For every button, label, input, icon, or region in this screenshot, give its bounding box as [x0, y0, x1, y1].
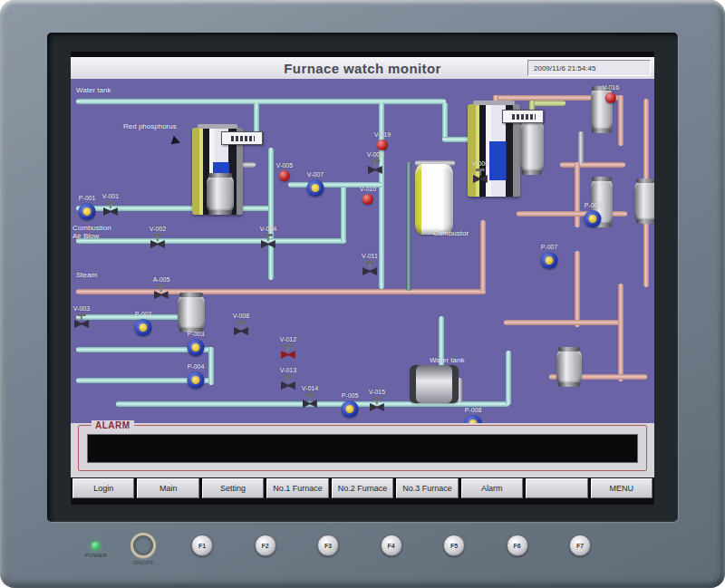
- valve-A-005[interactable]: A-005: [153, 276, 170, 299]
- valve-V-015[interactable]: V-015: [369, 389, 385, 411]
- valve-label: V-012: [280, 336, 296, 343]
- pump-P-004[interactable]: P-004: [188, 363, 205, 389]
- valve-V-019[interactable]: V-019: [374, 131, 391, 150]
- pipe-segment: [379, 102, 384, 289]
- pipe-segment: [406, 162, 411, 291]
- gate-valve-icon: [74, 320, 89, 328]
- pipe-segment: [480, 220, 486, 293]
- nav-button-main[interactable]: Main: [137, 478, 198, 498]
- valve-label: V-010: [360, 186, 376, 193]
- pump-P-003[interactable]: P-003: [188, 331, 205, 356]
- function-key-f3[interactable]: F3: [317, 535, 339, 556]
- valve-stem: [81, 316, 82, 321]
- pipe-segment: [442, 102, 448, 140]
- pump-V-007[interactable]: V-007: [307, 171, 324, 197]
- valve-V-011[interactable]: V-011: [362, 253, 378, 275]
- pipe-segment: [578, 131, 584, 164]
- valve-stem: [110, 204, 111, 208]
- vessel-combustor: [415, 164, 453, 235]
- pump-P-008[interactable]: P-008: [465, 407, 482, 423]
- nav-button-no-3-furnace[interactable]: No.3 Furnace: [396, 478, 458, 498]
- pipe-segment: [560, 162, 625, 168]
- pump-label: P-002: [135, 311, 152, 318]
- valve-V-005[interactable]: V-005: [276, 162, 293, 181]
- gate-valve-icon: [281, 351, 295, 359]
- power-led-label: POWER: [75, 553, 117, 558]
- valve-label: V-008: [233, 313, 249, 320]
- diagram-label: Combustion Air Blow: [72, 224, 111, 240]
- function-key-f6[interactable]: F6: [507, 535, 528, 556]
- vessel-cylinder: [556, 349, 582, 385]
- alarm-message-display: [87, 434, 638, 463]
- valve-label: V-014: [302, 385, 318, 392]
- valve-stem: [160, 287, 162, 292]
- valve-V-006[interactable]: V-006: [472, 160, 488, 183]
- function-key-f1[interactable]: F1: [191, 535, 213, 556]
- pump-P-007[interactable]: P-007: [541, 244, 558, 269]
- valve-label: V-019: [374, 131, 391, 139]
- pipe-segment: [643, 215, 649, 287]
- valve-label: V-005: [276, 162, 293, 169]
- pipe-segment: [575, 251, 580, 327]
- pipe-segment: [643, 99, 649, 189]
- nav-button-blank-7[interactable]: [526, 478, 587, 498]
- valve-stem: [479, 171, 481, 176]
- valve-V-014[interactable]: V-014: [302, 385, 318, 408]
- vessel-cylinder: [207, 175, 234, 213]
- valve-V-002[interactable]: V-002: [150, 226, 166, 248]
- pipe-segment: [529, 101, 566, 106]
- valve-V-001[interactable]: V-001: [102, 193, 119, 216]
- pipe-segment: [76, 99, 446, 104]
- valve-V-008[interactable]: V-008: [233, 313, 249, 335]
- valve-V-004[interactable]: V-004: [260, 226, 276, 248]
- valve-V-013[interactable]: V-013: [280, 367, 296, 390]
- valve-V-003[interactable]: V-003: [73, 305, 90, 328]
- nav-button-alarm[interactable]: Alarm: [461, 478, 523, 498]
- pump-P-006[interactable]: P-006: [585, 202, 602, 227]
- function-key-row: F1F2F3F4F5F6F7: [191, 535, 591, 556]
- valve-V-016[interactable]: V-016: [603, 84, 619, 103]
- pump-icon: [342, 400, 359, 418]
- valve-V-009[interactable]: V-009: [367, 151, 383, 174]
- nav-button-no-1-furnace[interactable]: No.1 Furnace: [266, 478, 328, 498]
- ball-valve-icon: [279, 170, 290, 181]
- nav-button-menu[interactable]: MENU: [591, 478, 652, 498]
- alarm-label: ALARM: [92, 420, 134, 430]
- alarm-section: ALARM: [71, 423, 654, 477]
- valve-stem: [376, 400, 378, 404]
- gauge-readout: [502, 110, 544, 123]
- function-key-f5[interactable]: F5: [443, 535, 465, 556]
- power-button[interactable]: [130, 533, 156, 558]
- function-key-f2[interactable]: F2: [255, 535, 276, 556]
- nav-button-setting[interactable]: Setting: [202, 478, 264, 498]
- pump-label: P-004: [188, 363, 205, 371]
- pipe-segment: [76, 289, 486, 294]
- function-key-f4[interactable]: F4: [381, 535, 402, 556]
- pump-P-001[interactable]: P-001: [79, 195, 96, 220]
- valve-label: V-004: [260, 226, 276, 233]
- pump-P-002[interactable]: P-002: [135, 311, 152, 336]
- gate-valve-icon: [368, 166, 382, 174]
- diagram-label: Steam: [76, 271, 97, 279]
- gate-valve-icon: [103, 207, 118, 216]
- diagram-label: Combustor: [433, 229, 469, 237]
- valve-label: V-006: [472, 160, 488, 168]
- pump-icon: [465, 415, 482, 423]
- pump-P-005[interactable]: P-005: [342, 392, 359, 418]
- nav-button-no-2-furnace[interactable]: No.2 Furnace: [332, 478, 393, 498]
- pump-label: P-008: [465, 407, 482, 414]
- pump-icon: [307, 179, 324, 197]
- function-key-f7[interactable]: F7: [569, 535, 591, 556]
- pump-label: P-001: [79, 195, 96, 202]
- pump-icon: [188, 371, 205, 389]
- nav-button-login[interactable]: Login: [72, 478, 134, 498]
- valve-V-012[interactable]: V-012: [280, 336, 296, 359]
- pipe-segment: [76, 238, 346, 244]
- alarm-groupbox: ALARM: [78, 425, 647, 471]
- valve-stem: [374, 162, 376, 167]
- vessel-cylinder: [178, 294, 205, 331]
- gate-valve-icon: [281, 381, 295, 390]
- valve-V-010[interactable]: V-010: [360, 186, 376, 205]
- ball-valve-icon: [605, 92, 616, 103]
- screen-bezel: Furnace watch monitor 2009/11/6 21:54:45…: [47, 33, 678, 522]
